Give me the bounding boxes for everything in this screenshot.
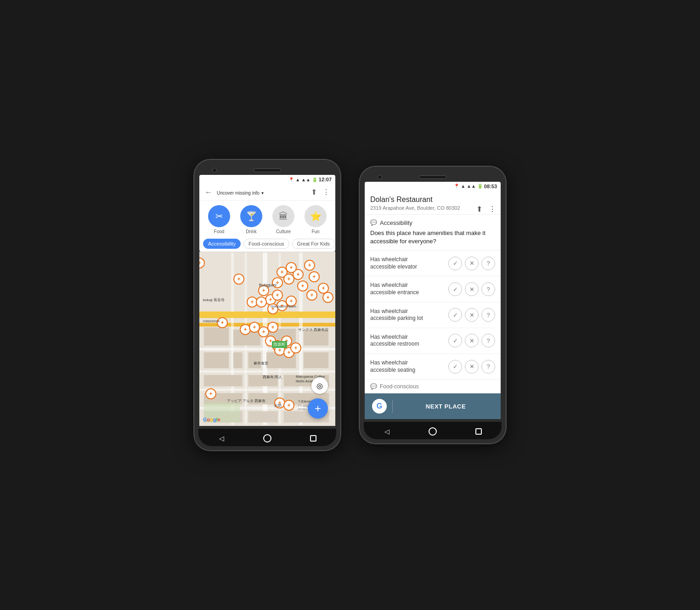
seating-unknown[interactable]: ?	[481, 360, 495, 374]
accessibility-row-restroom: Has wheelchairaccessible restroom ✓ ✕ ?	[365, 328, 501, 353]
map-pin[interactable]: +	[233, 274, 244, 285]
next-place-button[interactable]: NEXT PLACE	[398, 403, 493, 410]
map-pin[interactable]: +	[267, 322, 278, 333]
seating-no[interactable]: ✕	[465, 360, 479, 374]
seating-yes[interactable]: ✓	[448, 360, 462, 374]
front-camera-2	[378, 175, 382, 179]
map-header: ← Uncover missing info ▾ ⬆ ⋮	[199, 184, 335, 201]
add-fab[interactable]: +	[308, 398, 328, 419]
nav-bar-2: ◁	[364, 422, 502, 439]
svg-rect-16	[204, 353, 229, 369]
category-culture[interactable]: 🏛 Culture	[272, 205, 294, 234]
elevator-yes[interactable]: ✓	[448, 257, 462, 270]
culture-label: Culture	[276, 229, 291, 234]
restaurant-header: Dolan's Restaurant 2319 Arapahoe Ave, Bo…	[365, 191, 501, 215]
parking-yes[interactable]: ✓	[448, 308, 462, 322]
elevator-unknown[interactable]: ?	[481, 257, 495, 270]
signal-icon-2: ▲▲	[467, 184, 476, 189]
category-drink[interactable]: 🍸 Drink	[240, 205, 262, 234]
map-label: kokuji 長谷寺	[203, 297, 225, 302]
home-nav-button[interactable]	[262, 433, 272, 443]
recents-nav-button-2[interactable]	[474, 426, 484, 437]
recents-nav-button[interactable]	[308, 433, 318, 443]
entrance-label: Has wheelchairaccessible entrance	[370, 282, 448, 296]
accessibility-section-header: 💬 Accessibility	[365, 215, 501, 229]
parking-unknown[interactable]: ?	[481, 308, 495, 322]
elevator-vote-btns: ✓ ✕ ?	[448, 257, 495, 270]
fun-label: Fun	[311, 229, 319, 234]
entrance-unknown[interactable]: ?	[481, 282, 495, 296]
filter-accessibility[interactable]: Accessibility	[203, 239, 241, 249]
map-pin[interactable]: +	[297, 280, 308, 291]
clock-2: 08:53	[484, 184, 497, 189]
phone-1: 📍 ▲ ▲▲ 🔋 12:07 ← Uncover missing info ▾ …	[194, 159, 341, 451]
entrance-vote-btns: ✓ ✕ ?	[448, 282, 495, 296]
map-label: rvescence	[203, 319, 220, 323]
filter-row: Accessibility Food-conscious Great For K…	[199, 236, 335, 252]
screen-1: 📍 ▲ ▲▲ 🔋 12:07 ← Uncover missing info ▾ …	[199, 175, 335, 252]
share-button-detail[interactable]: ⬆	[476, 205, 482, 213]
filter-food-conscious[interactable]: Food-conscious	[243, 239, 289, 249]
parking-no[interactable]: ✕	[465, 308, 479, 322]
map-pin[interactable]: +	[283, 274, 294, 285]
map-label: 麻布食堂	[254, 361, 268, 366]
restroom-no[interactable]: ✕	[465, 334, 479, 347]
share-icon[interactable]: ⬆	[311, 188, 317, 196]
map-green-label: 急坂町	[272, 341, 287, 348]
map-area[interactable]: + + + + + + + + + + + + + + + + + + + + …	[199, 252, 335, 426]
map-label: 西麻布 間人	[263, 375, 282, 380]
svg-rect-12	[204, 327, 229, 345]
food-conscious-icon: 💬	[370, 383, 377, 390]
accessibility-row-entrance: Has wheelchairaccessible entrance ✓ ✕ ?	[365, 276, 501, 302]
battery-icon-2: 🔋	[477, 184, 483, 189]
svg-rect-6	[199, 348, 335, 351]
map-label: Butagumi	[259, 283, 277, 287]
more-icon[interactable]: ⋮	[322, 188, 330, 196]
map-pin[interactable]: +	[290, 342, 301, 353]
accessibility-row-elevator: Has wheelchairaccessible elevator ✓ ✕ ?	[365, 250, 501, 276]
back-nav-button[interactable]: ◁	[216, 433, 226, 443]
svg-rect-30	[199, 312, 335, 318]
seating-vote-btns: ✓ ✕ ?	[448, 360, 495, 374]
map-label: 伝助	[274, 403, 282, 408]
entrance-no[interactable]: ✕	[465, 282, 479, 296]
back-button[interactable]: ←	[205, 188, 212, 196]
map-pin[interactable]: +	[304, 260, 315, 271]
elevator-label: Has wheelchairaccessible elevator	[370, 256, 448, 270]
status-bar-2: 📍 ▲ ▲▲ 🔋 08:53	[365, 182, 501, 191]
restroom-vote-btns: ✓ ✕ ?	[448, 334, 495, 347]
accessibility-row-parking: Has wheelchairaccessible parking lot ✓ ✕…	[365, 302, 501, 328]
front-camera-1	[212, 168, 217, 173]
restroom-yes[interactable]: ✓	[448, 334, 462, 347]
phone-top-2	[365, 172, 501, 182]
map-pin[interactable]: +	[272, 290, 283, 301]
map-label: アッピア アルタ 西麻布	[227, 398, 265, 403]
back-nav-button-2[interactable]: ◁	[382, 426, 392, 437]
restroom-unknown[interactable]: ?	[481, 334, 495, 347]
speaker-2	[419, 175, 446, 179]
food-conscious-label: Food-conscious	[380, 383, 419, 390]
map-pin[interactable]: +	[306, 290, 317, 301]
filter-great-for-kids[interactable]: Great For Kids	[292, 239, 335, 249]
location-button[interactable]: ◎	[311, 377, 328, 394]
signal-icon: ▲▲	[301, 177, 310, 182]
svg-rect-17	[233, 353, 243, 369]
map-pin[interactable]: +	[283, 400, 294, 411]
fun-icon-circle: ⭐	[305, 205, 327, 227]
nav-bar-1: ◁	[198, 429, 336, 446]
more-button-detail[interactable]: ⋮	[489, 205, 496, 213]
map-pin[interactable]: +	[309, 271, 320, 282]
elevator-no[interactable]: ✕	[465, 257, 479, 270]
map-pin[interactable]: +	[322, 292, 333, 303]
map-pin[interactable]: +	[205, 388, 216, 399]
parking-vote-btns: ✓ ✕ ?	[448, 308, 495, 322]
restaurant-name: Dolan's Restaurant	[370, 196, 495, 204]
home-nav-button-2[interactable]	[428, 426, 438, 437]
category-fun[interactable]: ⭐ Fun	[305, 205, 327, 234]
detail-actions: ⬆ ⋮	[476, 205, 496, 213]
svg-rect-20	[304, 353, 328, 369]
entrance-yes[interactable]: ✓	[448, 282, 462, 296]
category-food[interactable]: ✂ Food	[208, 205, 230, 234]
wifi-icon-2: ▲	[461, 184, 465, 189]
map-pin[interactable]: +	[256, 297, 267, 308]
